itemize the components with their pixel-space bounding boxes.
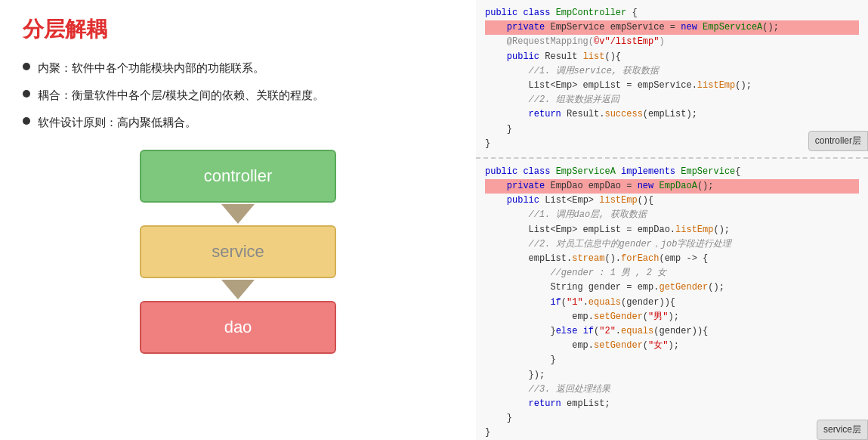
controller-code-section: public class EmpController { private Emp… <box>476 0 868 159</box>
code-line: } <box>485 426 859 440</box>
left-panel: 分层解耦 内聚：软件中各个功能模块内部的功能联系。 耦合：衡量软件中各个层/模块… <box>0 0 476 440</box>
code-line: } <box>485 137 859 151</box>
bullet-text-2: 耦合：衡量软件中各个层/模块之间的依赖、关联的程度。 <box>38 86 324 104</box>
code-line: String gender = emp.getGender(); <box>485 280 859 295</box>
code-line: return Result.success(empList); <box>485 107 859 122</box>
code-line: public class EmpController { <box>485 6 859 20</box>
arrow-down-1 <box>221 204 255 224</box>
controller-box: controller <box>140 150 336 203</box>
code-line: //1. 调用service, 获取数据 <box>485 64 859 79</box>
dao-label: dao <box>224 318 252 337</box>
service-layer-badge: service层 <box>817 420 868 440</box>
code-line: public List<Emp> listEmp(){ <box>485 194 859 208</box>
code-line: //1. 调用dao层, 获取数据 <box>485 208 859 222</box>
arrow-down-2 <box>221 280 255 299</box>
service-code-section: public class EmpServiceA implements EmpS… <box>476 159 868 440</box>
bullet-dot <box>23 63 30 70</box>
code-line: public Result list(){ <box>485 50 859 64</box>
code-line: List<Emp> empList = empService.listEmp()… <box>485 79 859 93</box>
right-panel[interactable]: public class EmpController { private Emp… <box>476 0 868 440</box>
dao-box: dao <box>140 301 336 354</box>
code-line-highlight: private EmpDao empDao = new EmpDaoA(); <box>485 179 859 194</box>
bullet-text-3: 软件设计原则：高内聚低耦合。 <box>38 113 196 132</box>
code-line: empList.stream().forEach(emp -> { <box>485 252 859 266</box>
page-title: 分层解耦 <box>23 15 453 44</box>
code-line: //gender : 1 男 , 2 女 <box>485 266 859 280</box>
code-line: public class EmpServiceA implements EmpS… <box>485 165 859 179</box>
code-line: } <box>485 353 859 367</box>
code-line: return empList; <box>485 397 859 411</box>
controller-label: controller <box>204 166 272 186</box>
bullet-dot <box>23 117 30 125</box>
list-item: 耦合：衡量软件中各个层/模块之间的依赖、关联的程度。 <box>23 86 453 104</box>
code-line: emp.setGender("女"); <box>485 339 859 353</box>
code-line: emp.setGender("男"); <box>485 310 859 324</box>
code-line: List<Emp> empList = empDao.listEmp(); <box>485 223 859 237</box>
code-line: //2. 组装数据并返回 <box>485 93 859 107</box>
service-label: service <box>212 242 264 262</box>
bullet-text-1: 内聚：软件中各个功能模块内部的功能联系。 <box>38 59 264 77</box>
code-line-highlight: private EmpService empService = new EmpS… <box>485 20 859 35</box>
code-line: @RequestMapping(©v"/listEmp") <box>485 35 859 49</box>
code-line: }); <box>485 368 859 383</box>
code-line: //2. 对员工信息中的gender，job字段进行处理 <box>485 237 859 252</box>
list-item: 软件设计原则：高内聚低耦合。 <box>23 113 453 132</box>
controller-layer-badge: controller层 <box>808 131 868 151</box>
code-line: } <box>485 122 859 137</box>
code-line: if("1".equals(gender)){ <box>485 296 859 310</box>
architecture-diagram: controller service dao <box>23 150 453 354</box>
list-item: 内聚：软件中各个功能模块内部的功能联系。 <box>23 59 453 77</box>
bullet-list: 内聚：软件中各个功能模块内部的功能联系。 耦合：衡量软件中各个层/模块之间的依赖… <box>23 59 453 132</box>
bullet-dot <box>23 90 30 98</box>
code-line: //3. 返回处理结果 <box>485 383 859 397</box>
code-line: } <box>485 411 859 426</box>
service-box: service <box>140 225 336 278</box>
code-line: }else if("2".equals(gender)){ <box>485 324 859 339</box>
